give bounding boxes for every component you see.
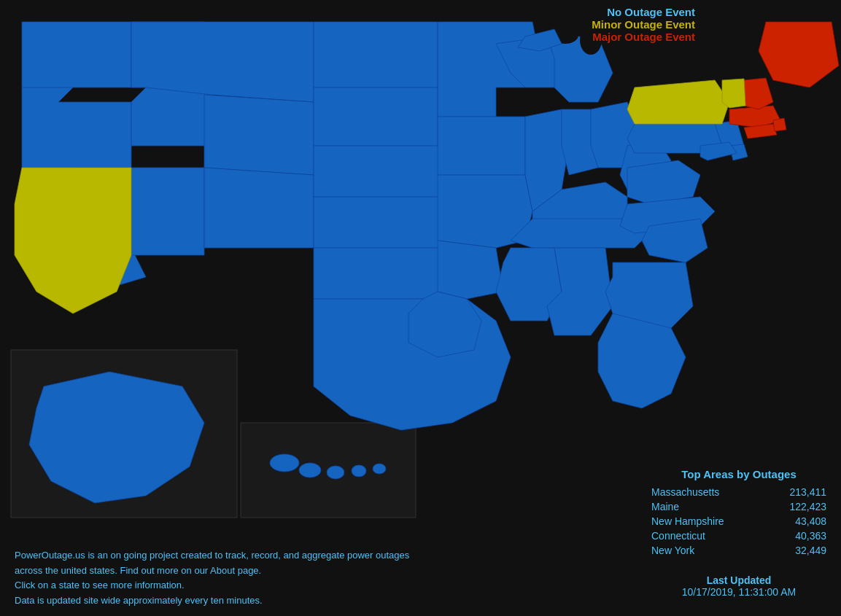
legend-minor-outage: Minor Outage Event [592, 18, 695, 31]
areas-list: Massachusetts213,411Maine122,423New Hamp… [644, 485, 834, 558]
last-updated-panel: Last Updated 10/17/2019, 11:31:00 AM [644, 574, 834, 598]
svg-marker-13 [314, 146, 445, 197]
svg-marker-14 [314, 197, 445, 248]
svg-point-55 [327, 466, 344, 479]
legend-no-outage: No Outage Event [592, 6, 695, 18]
svg-marker-9 [131, 168, 204, 255]
legend: No Outage Event Minor Outage Event Major… [592, 6, 695, 43]
area-name: New Hampshire [651, 515, 724, 527]
svg-point-54 [299, 463, 321, 477]
area-name: Maine [651, 501, 679, 512]
area-count: 32,449 [795, 545, 826, 556]
svg-marker-7 [204, 95, 314, 175]
area-name: Connecticut [651, 530, 705, 542]
top-areas-title: Top Areas by Outages [644, 468, 834, 480]
svg-point-56 [352, 465, 366, 477]
svg-point-57 [373, 464, 386, 474]
svg-point-53 [270, 454, 299, 472]
area-count: 43,408 [795, 515, 826, 527]
footer-text: PowerOutage.us is an on going project cr… [15, 548, 438, 609]
area-row[interactable]: Massachusetts213,411 [644, 485, 834, 499]
svg-marker-12 [314, 87, 438, 146]
footer-line1: PowerOutage.us is an on going project cr… [15, 548, 438, 564]
area-row[interactable]: New York32,449 [644, 543, 834, 558]
footer-line4: Data is updated site wide approximately … [15, 593, 438, 609]
svg-marker-48 [722, 79, 745, 108]
svg-marker-10 [204, 168, 314, 248]
area-count: 213,411 [789, 486, 826, 498]
last-updated-value: 10/17/2019, 11:31:00 AM [644, 586, 834, 598]
footer-line2: across the united states. Find out more … [15, 564, 438, 579]
area-count: 122,423 [789, 501, 826, 512]
top-areas-panel: Top Areas by Outages Massachusetts213,41… [644, 468, 834, 558]
svg-marker-20 [438, 241, 503, 299]
svg-marker-11 [314, 22, 438, 87]
svg-marker-18 [438, 117, 525, 175]
svg-marker-46 [773, 118, 786, 131]
legend-major-outage: Major Outage Event [592, 31, 695, 43]
area-row[interactable]: New Hampshire43,408 [644, 514, 834, 529]
area-count: 40,363 [795, 530, 826, 542]
svg-marker-42 [627, 80, 729, 124]
last-updated-label: Last Updated [644, 574, 834, 586]
area-row[interactable]: Connecticut40,363 [644, 529, 834, 543]
area-name: Massachusetts [651, 486, 719, 498]
area-row[interactable]: Maine122,423 [644, 499, 834, 514]
area-name: New York [651, 545, 694, 556]
footer-line3: Click on a state to see more information… [15, 578, 438, 593]
